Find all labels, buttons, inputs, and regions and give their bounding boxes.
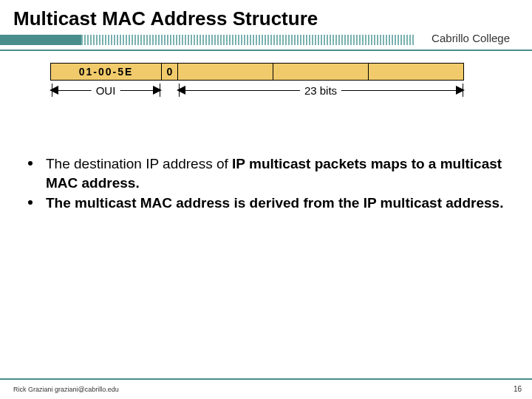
- footer-separator: [0, 378, 532, 380]
- slide-title: Multicast MAC Address Structure: [0, 0, 532, 35]
- list-item: The multicast MAC address is derived fro…: [25, 194, 507, 213]
- dimension-row: OUI 23 bits: [50, 83, 464, 113]
- footer-author: Rick Graziani graziani@cabrillo.edu: [13, 386, 119, 393]
- cell-blank-2: [273, 64, 369, 80]
- college-brand: Cabrillo College: [432, 32, 510, 44]
- mac-address-row: 01-00-5E 0: [50, 63, 464, 81]
- dimension-23bits: 23 bits: [177, 83, 464, 109]
- arrow-left-icon: [177, 86, 185, 95]
- header-underline: [0, 50, 532, 51]
- cell-fixed-bit: 0: [162, 64, 178, 80]
- separator-stripes: [81, 35, 414, 45]
- bullet-list: The destination IP address of IP multica…: [25, 154, 507, 213]
- oui-dimension-label: OUI: [92, 84, 120, 97]
- cell-oui-hex: 01-00-5E: [51, 64, 162, 80]
- dimension-oui: OUI: [50, 83, 161, 109]
- arrow-right-icon: [153, 86, 162, 95]
- separator-solid: [0, 35, 81, 45]
- bits-dimension-label: 23 bits: [300, 84, 341, 97]
- bullet-icon: [28, 200, 33, 205]
- arrow-left-icon: [50, 86, 58, 95]
- bullet-icon: [28, 161, 33, 166]
- bullet-text-2: The multicast MAC address is derived fro…: [46, 194, 503, 213]
- header-separator: Cabrillo College: [0, 35, 532, 45]
- cell-blank-1: [178, 64, 273, 80]
- bullet-text-1: The destination IP address of IP multica…: [46, 154, 507, 192]
- cell-blank-3: [369, 64, 463, 80]
- list-item: The destination IP address of IP multica…: [25, 154, 507, 192]
- arrow-right-icon: [456, 86, 465, 95]
- mac-structure-diagram: 01-00-5E 0 OUI 23 bits: [50, 63, 464, 117]
- footer-page-number: 16: [514, 385, 522, 393]
